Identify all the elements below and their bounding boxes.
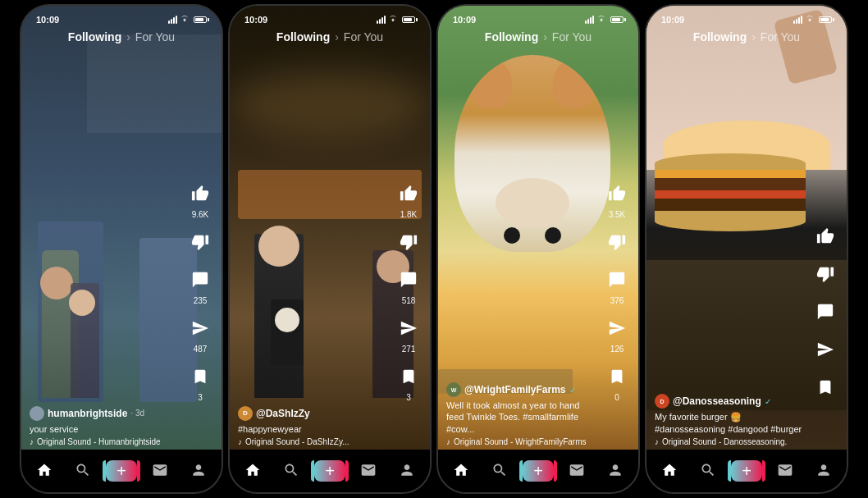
action-button[interactable]: 9.6K: [185, 179, 215, 219]
music-icon: ♪: [30, 437, 34, 446]
action-button[interactable]: 1.8K: [394, 179, 423, 219]
nav-item[interactable]: [25, 450, 63, 492]
nav-item[interactable]: [272, 450, 310, 492]
nav-plus[interactable]: +: [727, 450, 765, 492]
plus-button[interactable]: +: [314, 460, 345, 482]
status-time: 10:09: [661, 15, 684, 25]
nav-foryou[interactable]: For You: [552, 30, 592, 43]
action-button[interactable]: [811, 297, 840, 327]
action-count: 126: [610, 345, 624, 354]
username[interactable]: @Danosseasoning: [673, 395, 761, 407]
status-icons: [585, 15, 624, 25]
nav-foryou[interactable]: For You: [761, 30, 800, 43]
action-button[interactable]: [811, 259, 840, 289]
signal-bar-1: [793, 21, 795, 24]
nav-separator: ›: [752, 30, 756, 43]
action-count: 3: [406, 393, 411, 402]
nav-icon: [36, 462, 53, 480]
signal-bar-3: [173, 17, 175, 24]
music-icon: ♪: [238, 437, 242, 446]
action-button[interactable]: [811, 335, 840, 364]
nav-icon: [283, 462, 299, 480]
action-button[interactable]: 3: [394, 362, 423, 402]
action-button[interactable]: 518: [394, 265, 423, 305]
nav-plus[interactable]: +: [102, 450, 140, 492]
nav-item[interactable]: [141, 450, 180, 492]
plus-button[interactable]: +: [731, 460, 762, 482]
music-icon: ♪: [655, 437, 659, 446]
nav-following[interactable]: Following: [485, 30, 538, 43]
wifi-icon: [388, 15, 398, 25]
nav-item[interactable]: [180, 450, 218, 492]
signal-bar-3: [590, 17, 592, 24]
action-button[interactable]: 3: [185, 362, 215, 402]
action-icon: [394, 227, 423, 257]
nav-icon: [569, 462, 585, 480]
action-button[interactable]: [185, 227, 215, 257]
music-icon: ♪: [446, 437, 450, 446]
plus-icon: +: [533, 462, 543, 481]
action-count: 487: [194, 345, 208, 354]
battery-icon: [402, 16, 415, 23]
action-button[interactable]: [602, 227, 632, 257]
status-time: 10:09: [453, 15, 476, 25]
plus-button[interactable]: +: [106, 460, 137, 482]
action-button[interactable]: 126: [602, 313, 632, 354]
verified-badge: ✓: [569, 386, 576, 395]
nav-icon: [244, 462, 261, 480]
nav-item[interactable]: [233, 450, 272, 492]
status-time: 10:09: [36, 15, 59, 25]
action-count: 235: [194, 296, 208, 305]
username[interactable]: @DaShIzZy: [256, 408, 310, 419]
status-icons: [793, 15, 832, 25]
bottom-info: W @WrightFamilyFarms ✓ Well it took almo…: [446, 382, 597, 446]
nav-item[interactable]: [805, 450, 843, 492]
action-button[interactable]: [811, 222, 840, 251]
nav-plus[interactable]: +: [519, 450, 557, 492]
nav-separator: ›: [335, 30, 339, 43]
nav-item[interactable]: [349, 450, 388, 492]
nav-item[interactable]: [766, 450, 805, 492]
nav-item[interactable]: [650, 450, 688, 492]
nav-plus[interactable]: +: [310, 450, 349, 492]
nav-item[interactable]: [558, 450, 596, 492]
action-button[interactable]: 376: [602, 265, 632, 305]
nav-following[interactable]: Following: [276, 30, 330, 43]
top-nav: Following › For You: [230, 27, 430, 47]
action-icon: [811, 259, 840, 289]
action-button[interactable]: 3.5K: [602, 179, 632, 219]
nav-item[interactable]: [441, 450, 480, 492]
battery-icon: [819, 16, 832, 23]
nav-item[interactable]: [63, 450, 102, 492]
nav-following[interactable]: Following: [693, 30, 747, 43]
phones-container: 10:09 Following › For You: [16, 0, 852, 498]
plus-button[interactable]: +: [523, 460, 554, 482]
action-icon: [602, 313, 632, 343]
action-button[interactable]: 487: [185, 313, 215, 354]
action-button[interactable]: [394, 227, 423, 257]
action-buttons: 9.6K 235 487 3: [185, 179, 215, 402]
action-icon: [185, 179, 215, 208]
action-button[interactable]: [811, 372, 840, 402]
nav-foryou[interactable]: For You: [135, 30, 175, 43]
nav-icon: [399, 462, 415, 480]
nav-item[interactable]: [388, 450, 427, 492]
signal-bar-1: [585, 21, 587, 24]
nav-foryou[interactable]: For You: [344, 30, 383, 43]
action-icon: [811, 335, 840, 364]
nav-icon: [491, 462, 508, 480]
nav-item[interactable]: [596, 450, 635, 492]
username-row: humanbrightside · 3d: [30, 406, 180, 421]
username[interactable]: humanbrightside: [48, 408, 127, 419]
action-icon: [185, 227, 215, 257]
nav-following[interactable]: Following: [68, 30, 121, 43]
nav-item[interactable]: [480, 450, 519, 492]
nav-item[interactable]: [688, 450, 727, 492]
action-button[interactable]: 0: [602, 362, 632, 402]
nav-separator: ›: [543, 30, 547, 43]
action-button[interactable]: 271: [394, 313, 423, 354]
top-nav: Following › For You: [646, 27, 847, 47]
action-count: 3: [198, 393, 203, 402]
username[interactable]: @WrightFamilyFarms: [464, 384, 566, 395]
action-button[interactable]: 235: [185, 265, 215, 305]
